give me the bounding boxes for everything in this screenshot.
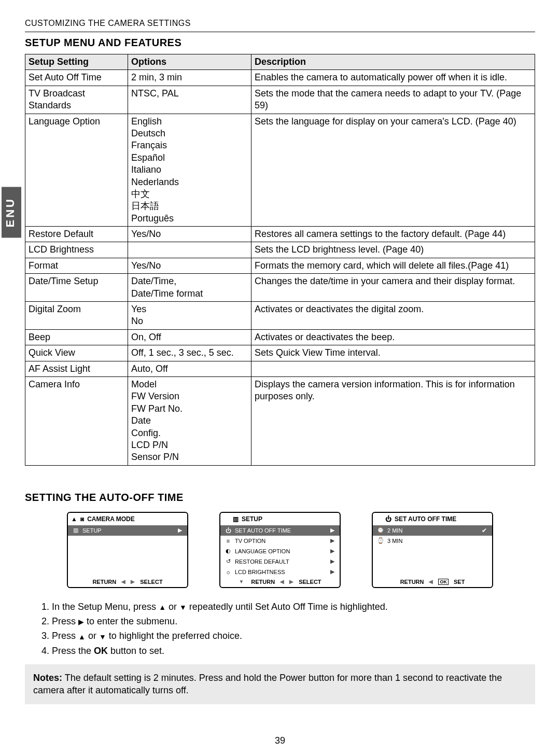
cell-options: Yes/No — [128, 227, 251, 242]
down-triangle-icon: ▼ — [179, 604, 187, 611]
table-row: LCD BrightnessSets the LCD brightness le… — [25, 242, 535, 258]
section-title: SETUP MENU AND FEATURES — [25, 37, 535, 49]
table-row: Digital ZoomYesNoActivates or deactivate… — [25, 302, 535, 330]
notes-box: Notes: The default setting is 2 minutes.… — [25, 664, 535, 704]
up-triangle-icon: ▲ — [71, 515, 77, 523]
setup-icon: ▥ — [72, 527, 79, 534]
cell-description: Sets the LCD brightness level. (Page 40) — [251, 242, 535, 258]
lcd-row-label: 2 MIN — [387, 527, 402, 534]
cell-options — [128, 242, 251, 258]
chevron-right-icon: ▶ — [330, 568, 334, 575]
cell-setting: AF Assist Light — [25, 361, 128, 376]
step-4: Press the OK button to set. — [52, 645, 535, 657]
cell-options: Yes/No — [128, 258, 251, 273]
cell-description — [251, 361, 535, 376]
cell-options: Auto, Off — [128, 361, 251, 376]
lcd-menu-item: ⏻SET AUTO OFF TIME▶ — [220, 525, 340, 536]
menu-item-icon: ⏻ — [225, 527, 232, 534]
cell-setting: Date/Time Setup — [25, 274, 128, 302]
step-text: button to set. — [108, 646, 164, 656]
menu-item-icon: ◐ — [225, 548, 232, 554]
cell-options: Date/Time,Date/Time format — [128, 274, 251, 302]
cell-options: NTSC, PAL — [128, 86, 251, 114]
table-row: AF Assist LightAuto, Off — [25, 361, 535, 376]
lcd-screens: ▲ ◙ CAMERA MODE ▥ SETUP ▶ RETURN ◀ ▶ SEL… — [25, 512, 535, 588]
lcd-foot-return: RETURN — [400, 579, 424, 585]
cell-description: Sets the language for display on your ca… — [251, 114, 535, 227]
left-triangle-icon: ◀ — [121, 579, 125, 584]
chevron-right-icon: ▶ — [330, 537, 334, 544]
th-description: Description — [251, 54, 535, 70]
notes-label: Notes: — [33, 673, 62, 683]
lcd-foot-return: RETURN — [251, 579, 275, 585]
table-row: TV Broadcast StandardsNTSC, PALSets the … — [25, 86, 535, 114]
cell-setting: Digital Zoom — [25, 302, 128, 330]
table-row: BeepOn, OffActivates or deactivates the … — [25, 329, 535, 345]
breadcrumb: CUSTOMIZING THE CAMERA SETTINGS — [25, 19, 535, 32]
chevron-right-icon: ▶ — [330, 558, 334, 565]
lcd-foot-return: RETURN — [92, 579, 116, 585]
down-triangle-icon: ▼ — [99, 633, 106, 640]
step-2: Press ▶ to enter the submenu. — [52, 615, 535, 627]
lcd-option-item: ⌚2 MIN✔ — [373, 525, 492, 536]
lcd-row-label: SET AUTO OFF TIME — [235, 527, 291, 534]
th-setting: Setup Setting — [25, 54, 128, 70]
cell-setting: Set Auto Off Time — [25, 70, 128, 86]
up-triangle-icon: ▲ — [159, 604, 166, 611]
setup-icon: ▥ — [233, 515, 239, 523]
chevron-right-icon: ▶ — [330, 527, 334, 534]
lcd-row-label: LCD BRIGHTNESS — [235, 569, 285, 575]
table-row: Camera InfoModelFW VersionFW Part No.Dat… — [25, 376, 535, 465]
lcd-head-label: CAMERA MODE — [87, 515, 135, 523]
cell-description: Activates or deactivates the digital zoo… — [251, 302, 535, 330]
timer-icon: ⌚ — [377, 527, 384, 534]
table-row: FormatYes/NoFormats the memory card, whi… — [25, 258, 535, 273]
menu-item-icon: ☼ — [225, 569, 232, 575]
instruction-steps: In the Setup Menu, press ▲ or ▼ repeated… — [25, 601, 535, 657]
table-row: Restore DefaultYes/NoRestores all camera… — [25, 227, 535, 242]
cell-options: Off, 1 sec., 3 sec., 5 sec. — [128, 345, 251, 361]
lcd-row-label: RESTORE DEFAULT — [235, 558, 289, 565]
lcd-menu-item: ↺RESTORE DEFAULT▶ — [220, 556, 340, 567]
page-number: 39 — [25, 735, 535, 746]
cell-options: 2 min, 3 min — [128, 70, 251, 86]
chevron-right-icon: ▶ — [178, 527, 182, 534]
cell-setting: Quick View — [25, 345, 128, 361]
step-text: or — [166, 602, 179, 612]
down-triangle-icon: ▼ — [239, 579, 244, 584]
cell-options: YesNo — [128, 302, 251, 330]
cell-options: EnglishDeutschFrançaisEspañolItalianoNed… — [128, 114, 251, 227]
right-triangle-icon: ▶ — [78, 618, 84, 625]
up-triangle-icon: ▲ — [78, 633, 86, 640]
lcd-head-label: SET AUTO OFF TIME — [395, 515, 456, 523]
cell-setting: Language Option — [25, 114, 128, 227]
cell-options: On, Off — [128, 329, 251, 345]
lcd-menu-item: ◐LANGUAGE OPTION▶ — [220, 546, 340, 556]
th-options: Options — [128, 54, 251, 70]
cell-description: Changes the date/time in your camera and… — [251, 274, 535, 302]
cell-setting: LCD Brightness — [25, 242, 128, 258]
camera-icon: ◙ — [80, 515, 84, 523]
table-row: Date/Time SetupDate/Time,Date/Time forma… — [25, 274, 535, 302]
left-triangle-icon: ◀ — [280, 579, 284, 584]
lcd-row-label: TV OPTION — [235, 538, 265, 544]
left-triangle-icon: ◀ — [429, 579, 433, 584]
lcd-menu-item: ≡TV OPTION▶ — [220, 536, 340, 546]
step-text: to enter the submenu. — [84, 616, 177, 626]
right-triangle-icon: ▶ — [131, 579, 135, 584]
ok-label: OK — [94, 646, 108, 656]
step-text: Press the — [52, 646, 94, 656]
cell-options: ModelFW VersionFW Part No.DateConfig.LCD… — [128, 376, 251, 465]
step-1: In the Setup Menu, press ▲ or ▼ repeated… — [52, 601, 535, 613]
menu-item-icon: ↺ — [225, 558, 232, 565]
lcd-head-label: SETUP — [242, 515, 262, 523]
step-3: Press ▲ or ▼ to highlight the preferred … — [52, 630, 535, 642]
table-row: Language OptionEnglishDeutschFrançaisEsp… — [25, 114, 535, 227]
lcd-menu-item: ☼LCD BRIGHTNESS▶ — [220, 567, 340, 577]
step-text: to highlight the preferred choice. — [106, 631, 242, 641]
cell-description: Activates or deactivates the beep. — [251, 329, 535, 345]
lcd-foot-set: SET — [454, 579, 465, 585]
step-text: repeatedly until Set Auto Off Time is hi… — [187, 602, 388, 612]
table-row: Set Auto Off Time2 min, 3 minEnables the… — [25, 70, 535, 86]
lcd-row-label: 3 MIN — [387, 538, 402, 544]
